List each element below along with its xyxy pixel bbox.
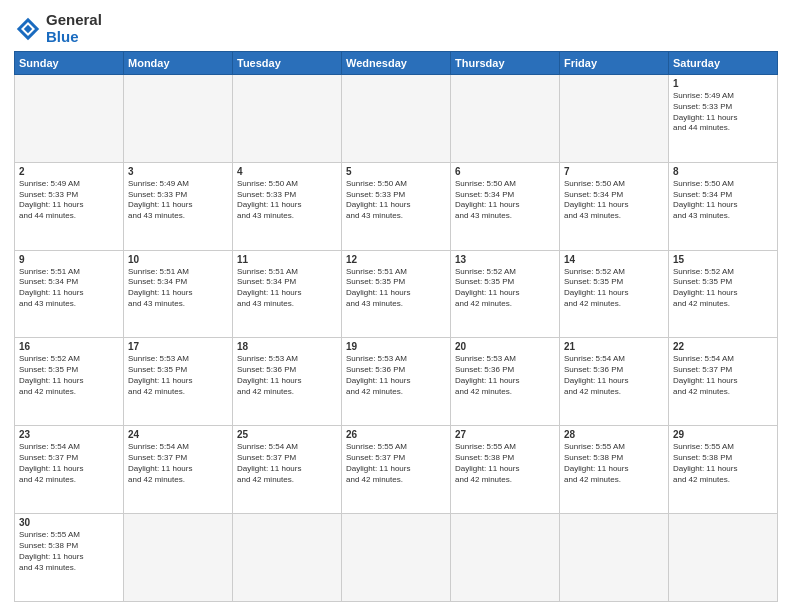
- calendar-week-row: 1Sunrise: 5:49 AM Sunset: 5:33 PM Daylig…: [15, 75, 778, 163]
- weekday-header-friday: Friday: [560, 52, 669, 75]
- calendar-week-row: 23Sunrise: 5:54 AM Sunset: 5:37 PM Dayli…: [15, 426, 778, 514]
- day-info: Sunrise: 5:54 AM Sunset: 5:37 PM Dayligh…: [128, 442, 228, 485]
- day-info: Sunrise: 5:53 AM Sunset: 5:36 PM Dayligh…: [237, 354, 337, 397]
- day-info: Sunrise: 5:55 AM Sunset: 5:38 PM Dayligh…: [673, 442, 773, 485]
- weekday-header-row: SundayMondayTuesdayWednesdayThursdayFrid…: [15, 52, 778, 75]
- calendar-cell: 19Sunrise: 5:53 AM Sunset: 5:36 PM Dayli…: [342, 338, 451, 426]
- day-info: Sunrise: 5:52 AM Sunset: 5:35 PM Dayligh…: [19, 354, 119, 397]
- calendar-cell: [15, 75, 124, 163]
- day-info: Sunrise: 5:53 AM Sunset: 5:36 PM Dayligh…: [455, 354, 555, 397]
- calendar-cell: 2Sunrise: 5:49 AM Sunset: 5:33 PM Daylig…: [15, 162, 124, 250]
- day-number: 17: [128, 341, 228, 352]
- day-number: 9: [19, 254, 119, 265]
- day-info: Sunrise: 5:50 AM Sunset: 5:33 PM Dayligh…: [346, 179, 446, 222]
- day-info: Sunrise: 5:50 AM Sunset: 5:33 PM Dayligh…: [237, 179, 337, 222]
- calendar-cell: [124, 75, 233, 163]
- calendar-cell: 22Sunrise: 5:54 AM Sunset: 5:37 PM Dayli…: [669, 338, 778, 426]
- day-number: 8: [673, 166, 773, 177]
- day-number: 12: [346, 254, 446, 265]
- calendar-cell: 27Sunrise: 5:55 AM Sunset: 5:38 PM Dayli…: [451, 426, 560, 514]
- page: General Blue SundayMondayTuesdayWednesda…: [0, 0, 792, 612]
- weekday-header-wednesday: Wednesday: [342, 52, 451, 75]
- calendar-cell: [560, 514, 669, 602]
- day-number: 27: [455, 429, 555, 440]
- logo-icon: [14, 15, 42, 43]
- calendar-body: 1Sunrise: 5:49 AM Sunset: 5:33 PM Daylig…: [15, 75, 778, 602]
- day-number: 22: [673, 341, 773, 352]
- day-info: Sunrise: 5:49 AM Sunset: 5:33 PM Dayligh…: [673, 91, 773, 134]
- calendar-cell: 24Sunrise: 5:54 AM Sunset: 5:37 PM Dayli…: [124, 426, 233, 514]
- calendar-cell: 10Sunrise: 5:51 AM Sunset: 5:34 PM Dayli…: [124, 250, 233, 338]
- weekday-header-monday: Monday: [124, 52, 233, 75]
- calendar-cell: 21Sunrise: 5:54 AM Sunset: 5:36 PM Dayli…: [560, 338, 669, 426]
- day-number: 3: [128, 166, 228, 177]
- calendar-cell: 12Sunrise: 5:51 AM Sunset: 5:35 PM Dayli…: [342, 250, 451, 338]
- calendar-cell: 14Sunrise: 5:52 AM Sunset: 5:35 PM Dayli…: [560, 250, 669, 338]
- calendar-cell: 8Sunrise: 5:50 AM Sunset: 5:34 PM Daylig…: [669, 162, 778, 250]
- calendar-cell: 25Sunrise: 5:54 AM Sunset: 5:37 PM Dayli…: [233, 426, 342, 514]
- day-info: Sunrise: 5:54 AM Sunset: 5:37 PM Dayligh…: [19, 442, 119, 485]
- day-number: 16: [19, 341, 119, 352]
- day-number: 10: [128, 254, 228, 265]
- calendar-header: SundayMondayTuesdayWednesdayThursdayFrid…: [15, 52, 778, 75]
- calendar-cell: 11Sunrise: 5:51 AM Sunset: 5:34 PM Dayli…: [233, 250, 342, 338]
- calendar-week-row: 2Sunrise: 5:49 AM Sunset: 5:33 PM Daylig…: [15, 162, 778, 250]
- logo: General Blue: [14, 12, 102, 45]
- calendar-cell: 20Sunrise: 5:53 AM Sunset: 5:36 PM Dayli…: [451, 338, 560, 426]
- calendar-cell: 1Sunrise: 5:49 AM Sunset: 5:33 PM Daylig…: [669, 75, 778, 163]
- calendar-cell: 4Sunrise: 5:50 AM Sunset: 5:33 PM Daylig…: [233, 162, 342, 250]
- calendar-cell: 6Sunrise: 5:50 AM Sunset: 5:34 PM Daylig…: [451, 162, 560, 250]
- day-number: 11: [237, 254, 337, 265]
- day-number: 4: [237, 166, 337, 177]
- day-number: 29: [673, 429, 773, 440]
- calendar-cell: [342, 75, 451, 163]
- calendar-cell: 9Sunrise: 5:51 AM Sunset: 5:34 PM Daylig…: [15, 250, 124, 338]
- day-number: 19: [346, 341, 446, 352]
- calendar-cell: 28Sunrise: 5:55 AM Sunset: 5:38 PM Dayli…: [560, 426, 669, 514]
- header: General Blue: [14, 12, 778, 45]
- day-info: Sunrise: 5:54 AM Sunset: 5:37 PM Dayligh…: [237, 442, 337, 485]
- calendar-cell: 23Sunrise: 5:54 AM Sunset: 5:37 PM Dayli…: [15, 426, 124, 514]
- calendar-cell: 16Sunrise: 5:52 AM Sunset: 5:35 PM Dayli…: [15, 338, 124, 426]
- day-number: 5: [346, 166, 446, 177]
- day-info: Sunrise: 5:49 AM Sunset: 5:33 PM Dayligh…: [19, 179, 119, 222]
- day-number: 28: [564, 429, 664, 440]
- day-number: 30: [19, 517, 119, 528]
- day-number: 2: [19, 166, 119, 177]
- calendar-cell: 18Sunrise: 5:53 AM Sunset: 5:36 PM Dayli…: [233, 338, 342, 426]
- calendar-week-row: 9Sunrise: 5:51 AM Sunset: 5:34 PM Daylig…: [15, 250, 778, 338]
- logo-text: General Blue: [46, 12, 102, 45]
- weekday-header-sunday: Sunday: [15, 52, 124, 75]
- weekday-header-thursday: Thursday: [451, 52, 560, 75]
- day-info: Sunrise: 5:54 AM Sunset: 5:36 PM Dayligh…: [564, 354, 664, 397]
- day-number: 7: [564, 166, 664, 177]
- day-info: Sunrise: 5:55 AM Sunset: 5:38 PM Dayligh…: [564, 442, 664, 485]
- day-info: Sunrise: 5:52 AM Sunset: 5:35 PM Dayligh…: [673, 267, 773, 310]
- day-number: 26: [346, 429, 446, 440]
- day-number: 25: [237, 429, 337, 440]
- day-number: 24: [128, 429, 228, 440]
- calendar-cell: 5Sunrise: 5:50 AM Sunset: 5:33 PM Daylig…: [342, 162, 451, 250]
- day-number: 20: [455, 341, 555, 352]
- day-info: Sunrise: 5:51 AM Sunset: 5:34 PM Dayligh…: [237, 267, 337, 310]
- calendar-cell: [342, 514, 451, 602]
- calendar-cell: [124, 514, 233, 602]
- calendar-cell: 30Sunrise: 5:55 AM Sunset: 5:38 PM Dayli…: [15, 514, 124, 602]
- day-info: Sunrise: 5:54 AM Sunset: 5:37 PM Dayligh…: [673, 354, 773, 397]
- calendar-cell: [560, 75, 669, 163]
- day-number: 14: [564, 254, 664, 265]
- day-info: Sunrise: 5:55 AM Sunset: 5:38 PM Dayligh…: [455, 442, 555, 485]
- day-info: Sunrise: 5:53 AM Sunset: 5:35 PM Dayligh…: [128, 354, 228, 397]
- day-info: Sunrise: 5:51 AM Sunset: 5:34 PM Dayligh…: [19, 267, 119, 310]
- calendar-cell: [451, 75, 560, 163]
- day-number: 23: [19, 429, 119, 440]
- day-number: 6: [455, 166, 555, 177]
- day-info: Sunrise: 5:49 AM Sunset: 5:33 PM Dayligh…: [128, 179, 228, 222]
- calendar-cell: [451, 514, 560, 602]
- calendar-cell: [669, 514, 778, 602]
- day-number: 18: [237, 341, 337, 352]
- day-number: 13: [455, 254, 555, 265]
- calendar-week-row: 16Sunrise: 5:52 AM Sunset: 5:35 PM Dayli…: [15, 338, 778, 426]
- calendar-cell: 13Sunrise: 5:52 AM Sunset: 5:35 PM Dayli…: [451, 250, 560, 338]
- day-info: Sunrise: 5:52 AM Sunset: 5:35 PM Dayligh…: [564, 267, 664, 310]
